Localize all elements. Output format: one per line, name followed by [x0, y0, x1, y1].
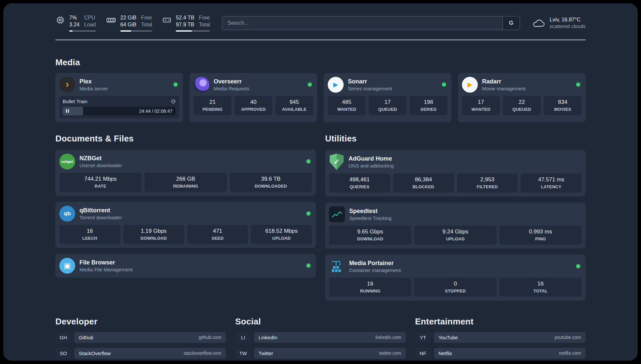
- overseerr-icon: [194, 77, 209, 93]
- bookmark-stackoverflow[interactable]: SO StackOverflow stackoverflow.com: [55, 348, 226, 359]
- weather-condition: scattered clouds: [550, 23, 586, 30]
- cpu-label-1: CPU: [84, 15, 96, 21]
- bookmark-group-entertainment: Entertainment YT YouTube youtube.com NF …: [415, 317, 586, 361]
- service-card-filebrowser[interactable]: ▣ File Browser Media File Management: [55, 254, 316, 278]
- bookmark-name: LinkedIn: [259, 335, 277, 340]
- service-card-adguard[interactable]: ✓ AdGuard Home DNS and adblocking 498,46…: [325, 150, 586, 197]
- bookmark-twitter[interactable]: TW Twitter twitter.com: [235, 348, 406, 359]
- service-name: qBittorrent: [79, 207, 302, 214]
- memory-widget: 22 GiB 64 GiB Free Total: [106, 15, 152, 32]
- bookmark-abbr: SO: [55, 348, 71, 359]
- cpu-label-2: Load: [84, 21, 96, 28]
- pause-icon[interactable]: [66, 109, 69, 113]
- bookmark-linkedin[interactable]: LI LinkedIn linkedin.com: [235, 332, 406, 343]
- playback-time: 24:44 / 02:06:47: [139, 108, 172, 114]
- dashboard-panel: 7% 3.24 CPU Load: [3, 3, 638, 361]
- service-name: Media Portainer: [349, 260, 572, 267]
- service-description: Media server: [79, 86, 169, 91]
- stat-tile: 0STOPPED: [414, 278, 496, 297]
- bookmark-abbr: YT: [415, 332, 431, 343]
- section-title-media: Media: [55, 57, 586, 68]
- bookmark-domain: twitter.com: [379, 350, 401, 356]
- service-name: Overseerr: [214, 78, 303, 85]
- stat-tile: 618.52 MbpsUPLOAD: [251, 225, 312, 244]
- cpu-widget: 7% 3.24 CPU Load: [55, 15, 96, 32]
- stat-tile: 86,384BLOCKED: [393, 173, 454, 193]
- now-playing-title: Bullet Train: [63, 99, 87, 104]
- stat-tile: 16TOTAL: [500, 278, 582, 297]
- service-name: File Browser: [79, 259, 302, 266]
- portainer-icon: [329, 258, 345, 274]
- stat-tile: 17QUEUED: [369, 96, 407, 115]
- memory-label-2: Total: [141, 21, 152, 28]
- sonarr-icon: ▶: [328, 77, 344, 93]
- plex-now-playing: Bullet Train 24:44 / 02:06:47: [59, 96, 179, 118]
- stat-tile: 17WANTED: [462, 96, 500, 115]
- stat-tile: 1.19 GbpsDOWNLOAD: [123, 225, 184, 244]
- stat-tile: 16LEECH: [59, 225, 120, 244]
- bookmark-group-developer: Developer GH Github github.com SO StackO…: [55, 317, 226, 361]
- stat-tile: 744.21 MbpsRATE: [59, 173, 141, 192]
- bookmark-youtube[interactable]: YT YouTube youtube.com: [415, 332, 586, 343]
- bookmark-abbr: LI: [235, 332, 251, 343]
- bookmark-github[interactable]: GH Github github.com: [55, 332, 226, 343]
- status-dot: [306, 211, 311, 216]
- memory-label-1: Free: [141, 15, 152, 21]
- stat-tile: 22QUEUED: [503, 96, 541, 115]
- status-dot: [576, 82, 580, 87]
- stat-tile: 16RUNNING: [329, 278, 411, 297]
- memory-icon: [106, 15, 116, 25]
- section-title-developer: Developer: [55, 317, 226, 327]
- bookmark-domain: youtube.com: [555, 335, 581, 340]
- stat-tile: 196SERIES: [410, 96, 447, 115]
- service-description: Speedtest Tracking: [349, 215, 582, 221]
- speedtest-icon: [329, 206, 345, 222]
- service-card-plex[interactable]: › Plex Media server Bullet Train: [55, 73, 183, 122]
- disk-label-1: Free: [199, 15, 210, 21]
- status-dot: [576, 264, 580, 268]
- stat-tile: 47.571 msLATENCY: [521, 173, 582, 193]
- service-card-qbittorrent[interactable]: qb qBittorrent Torrent downloader 16LEEC…: [55, 202, 316, 248]
- stat-tile: 266 GBREMAINING: [144, 173, 227, 192]
- filebrowser-icon: ▣: [59, 258, 75, 274]
- bookmark-group-social: Social LI LinkedIn linkedin.com TW Twitt…: [235, 317, 406, 361]
- service-card-overseerr[interactable]: Overseerr Media Requests 21PENDING 40APP…: [190, 73, 317, 122]
- disk-icon: [162, 15, 172, 25]
- service-card-speedtest[interactable]: Speedtest Speedtest Tracking 9.65 GbpsDO…: [325, 202, 586, 249]
- gear-icon[interactable]: [171, 99, 176, 104]
- service-card-nzbget[interactable]: nzbget NZBGet Usenet downloader 744.21 M…: [55, 150, 316, 196]
- status-dot: [306, 159, 311, 164]
- disk-widget: 52.4 TB 97.9 TB Free Total: [162, 15, 210, 32]
- stat-tile: 2,953FILTERED: [457, 173, 518, 193]
- service-name: Sonarr: [348, 78, 438, 85]
- bookmark-domain: linkedin.com: [376, 335, 401, 340]
- search-input[interactable]: [222, 16, 503, 30]
- memory-total-value: 64 GiB: [120, 21, 137, 28]
- service-name: AdGuard Home: [349, 155, 582, 162]
- service-description: Media File Management: [79, 267, 302, 272]
- status-dot: [308, 82, 312, 87]
- stat-tile: 498,461QUERIES: [329, 173, 390, 193]
- playback-progress-bar[interactable]: 24:44 / 02:06:47: [63, 107, 176, 115]
- stat-tile: 834MOVIES: [544, 96, 582, 115]
- bookmark-name: Netflix: [439, 350, 452, 356]
- bookmark-name: StackOverflow: [79, 350, 111, 356]
- bookmark-domain: github.com: [199, 335, 221, 340]
- radarr-icon: ▶: [462, 77, 478, 93]
- bookmark-name: YouTube: [439, 335, 458, 340]
- bookmark-netflix[interactable]: NF Netflix netflix.com: [415, 348, 586, 359]
- qbittorrent-icon: qb: [59, 206, 75, 222]
- section-title-documents: Documents & Files: [55, 134, 316, 144]
- service-description: Movie management: [482, 86, 572, 91]
- plex-icon: ›: [59, 77, 75, 93]
- bookmark-domain: netflix.com: [559, 350, 581, 356]
- cloud-icon: [532, 17, 546, 29]
- bookmark-domain: stackoverflow.com: [184, 350, 221, 356]
- service-description: Media Requests: [214, 86, 303, 91]
- service-card-portainer[interactable]: Media Portainer Container management 16R…: [325, 255, 586, 301]
- stat-tile: 9.24 GbpsUPLOAD: [414, 226, 496, 245]
- service-card-radarr[interactable]: ▶ Radarr Movie management 17WANTED 22QUE…: [458, 73, 586, 122]
- status-dot: [442, 82, 446, 87]
- search-provider-button[interactable]: G: [503, 16, 520, 30]
- service-card-sonarr[interactable]: ▶ Sonarr Series management 485WANTED 17Q…: [324, 73, 451, 122]
